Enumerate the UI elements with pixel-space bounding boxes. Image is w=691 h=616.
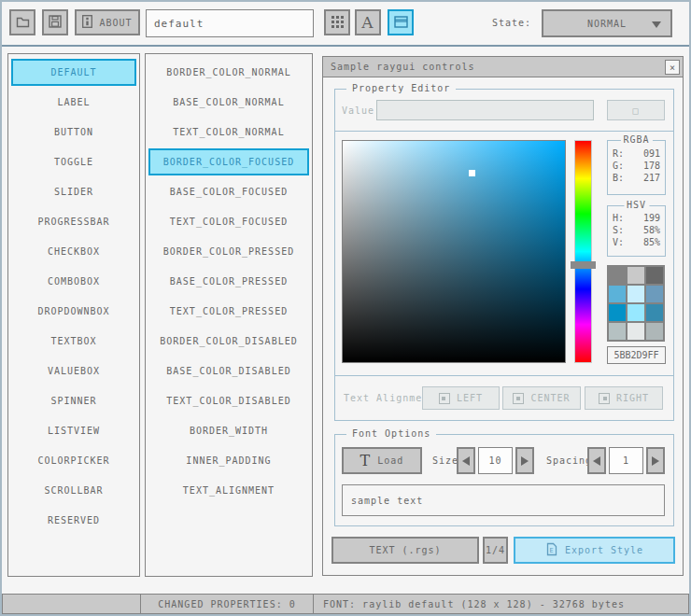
style-name-input[interactable] [146, 9, 314, 37]
format-page-indicator[interactable]: 1/4 [483, 537, 508, 564]
square-glyph-icon: □ [632, 105, 639, 116]
state-value: NORMAL [587, 19, 627, 29]
palette-swatch[interactable] [628, 323, 644, 340]
align-left-button[interactable]: LEFT [422, 386, 500, 410]
window-close-button[interactable]: × [665, 60, 680, 75]
palette-swatch[interactable] [628, 286, 644, 302]
property-list-item[interactable]: BORDER_COLOR_FOCUSED [148, 148, 309, 175]
property-list-item[interactable]: TEXT_COLOR_PRESSED [148, 298, 309, 325]
palette-swatch[interactable] [646, 304, 663, 321]
control-list-item[interactable]: TOGGLE [11, 148, 136, 175]
value-label: Value: [342, 105, 381, 116]
about-button[interactable]: ABOUT [75, 9, 140, 35]
palette-swatch[interactable] [646, 267, 663, 284]
hsv-title: HSV [624, 200, 649, 210]
hue-bar[interactable] [574, 140, 592, 363]
font-T-icon: T [360, 454, 372, 469]
color-cursor[interactable] [469, 170, 475, 176]
property-list-item[interactable]: BASE_COLOR_DISABLED [148, 357, 309, 385]
color-saturation-value-panel[interactable] [342, 140, 566, 363]
hue-slider-handle[interactable] [571, 261, 596, 269]
control-list-item[interactable]: DEFAULT [11, 59, 136, 86]
about-label: ABOUT [99, 18, 132, 28]
arrow-right-icon [652, 456, 659, 466]
palette-swatch[interactable] [609, 267, 626, 284]
control-list-item[interactable]: SLIDER [11, 178, 136, 205]
align-left-icon [439, 393, 450, 404]
value-input[interactable] [376, 100, 594, 120]
size-increase-button[interactable] [515, 447, 534, 474]
property-list-item[interactable]: TEXT_COLOR_DISABLED [148, 387, 309, 414]
control-list-item[interactable]: PROGRESSBAR [11, 208, 136, 235]
s-label: S: [613, 225, 624, 235]
font-load-button[interactable]: T Load [342, 447, 422, 474]
separator [334, 131, 674, 132]
size-decrease-button[interactable] [457, 447, 475, 474]
rguistyler-app: ABOUT A State: NORMAL DEFAULTLABELBUTTON… [0, 0, 691, 616]
control-list-item[interactable]: VALUEBOX [11, 357, 136, 385]
palette-swatch[interactable] [609, 323, 626, 340]
spacing-decrease-button[interactable] [587, 447, 606, 474]
palette-swatch[interactable] [646, 323, 663, 340]
export-file-icon: E [545, 542, 558, 558]
hex-color-box[interactable]: 5BB2D9FF [607, 346, 666, 364]
property-list-item[interactable]: TEXT_COLOR_FOCUSED [148, 208, 309, 235]
page-indicator-value: 1/4 [486, 545, 505, 555]
control-list-item[interactable]: BUTTON [11, 119, 136, 146]
align-right-button[interactable]: RIGHT [585, 386, 663, 410]
property-list-item[interactable]: BASE_COLOR_NORMAL [148, 89, 309, 116]
property-list-item[interactable]: BORDER_COLOR_DISABLED [148, 328, 309, 355]
property-list-item[interactable]: TEXT_COLOR_NORMAL [148, 119, 309, 146]
status-left [2, 594, 141, 614]
control-list-item[interactable]: RESERVED [11, 507, 136, 534]
palette-swatch[interactable] [628, 267, 644, 284]
spacing-increase-button[interactable] [646, 447, 665, 474]
export-style-button[interactable]: E Export Style [514, 537, 675, 564]
control-list-item[interactable]: COLORPICKER [11, 447, 136, 474]
palette-swatch[interactable] [628, 304, 644, 321]
property-list-item[interactable]: TEXT_ALIGNMENT [148, 477, 309, 504]
palette-swatch[interactable] [609, 304, 626, 321]
status-font-info: FONT: raylib default (128 x 128) - 32768… [313, 594, 689, 614]
control-list-item[interactable]: COMBOBOX [11, 268, 136, 295]
control-list-item[interactable]: CHECKBOX [11, 238, 136, 265]
export-style-label: Export Style [565, 545, 643, 555]
info-icon [82, 15, 92, 30]
b-label: B: [613, 173, 624, 183]
size-value-box[interactable]: 10 [478, 447, 513, 474]
control-list-item[interactable]: DROPDOWNBOX [11, 298, 136, 325]
palette-swatch[interactable] [646, 286, 663, 302]
property-list-item[interactable]: BORDER_COLOR_NORMAL [148, 59, 309, 86]
toolbar-separator [0, 45, 691, 47]
property-list-item[interactable]: BASE_COLOR_FOCUSED [148, 178, 309, 205]
align-center-button[interactable]: CENTER [502, 386, 581, 410]
view-font-atlas-button[interactable]: A [355, 9, 381, 35]
open-style-button[interactable] [9, 9, 35, 35]
control-list-item[interactable]: LISTVIEW [11, 417, 136, 444]
property-list-item[interactable]: BASE_COLOR_PRESSED [148, 268, 309, 295]
controls-list: DEFAULTLABELBUTTONTOGGLESLIDERPROGRESSBA… [7, 53, 140, 577]
control-list-item[interactable]: LABEL [11, 89, 136, 116]
control-list-item[interactable]: TEXTBOX [11, 328, 136, 355]
export-format-button[interactable]: TEXT (.rgs) [331, 537, 479, 564]
state-dropdown[interactable]: NORMAL [542, 9, 672, 37]
state-label: State: [492, 18, 531, 28]
view-controls-button[interactable] [388, 9, 414, 35]
property-list-item[interactable]: INNER_PADDING [148, 447, 309, 474]
window-titlebar[interactable]: Sample raygui controls [323, 57, 683, 77]
save-style-button[interactable] [42, 9, 68, 35]
property-list-item[interactable]: BORDER_COLOR_PRESSED [148, 238, 309, 265]
palette-swatch[interactable] [609, 286, 626, 302]
view-style-table-button[interactable] [324, 9, 350, 35]
folder-open-icon [16, 16, 30, 30]
property-list-item[interactable]: BORDER_WIDTH [148, 417, 309, 444]
value-apply-button[interactable]: □ [607, 100, 665, 120]
sample-text-box[interactable]: sample text [342, 484, 665, 516]
h-label: H: [613, 213, 624, 223]
spacing-value: 1 [623, 455, 629, 466]
control-list-item[interactable]: SCROLLBAR [11, 477, 136, 504]
align-left-label: LEFT [457, 393, 483, 403]
control-list-item[interactable]: SPINNER [11, 387, 136, 414]
spacing-value-box[interactable]: 1 [609, 447, 643, 474]
sample-controls-window: Sample raygui controls × Property Editor… [322, 56, 684, 576]
